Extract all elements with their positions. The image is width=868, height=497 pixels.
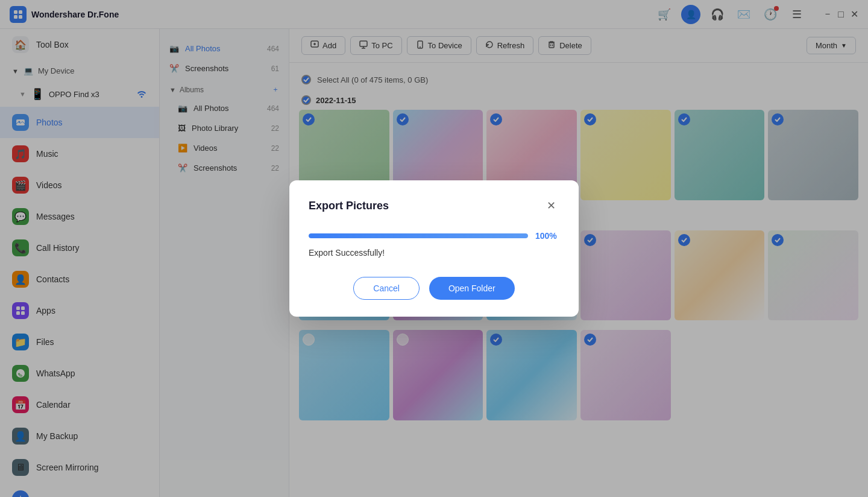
dialog-close-button[interactable]: ✕ (542, 197, 559, 214)
progress-bar-fill (309, 233, 528, 238)
dialog-header: Export Pictures ✕ (309, 197, 559, 214)
progress-percent: 100% (535, 231, 559, 241)
open-folder-button[interactable]: Open Folder (429, 277, 515, 300)
export-success-message: Export Successfully! (309, 248, 559, 258)
dialog-actions: Cancel Open Folder (309, 277, 559, 300)
dialog-overlay: Export Pictures ✕ 100% Export Successful… (0, 0, 868, 497)
cancel-button[interactable]: Cancel (353, 277, 420, 300)
progress-bar-bg (309, 233, 528, 238)
dialog-title: Export Pictures (309, 200, 389, 212)
export-dialog: Export Pictures ✕ 100% Export Successful… (289, 180, 579, 317)
progress-bar-container: 100% (309, 231, 559, 241)
